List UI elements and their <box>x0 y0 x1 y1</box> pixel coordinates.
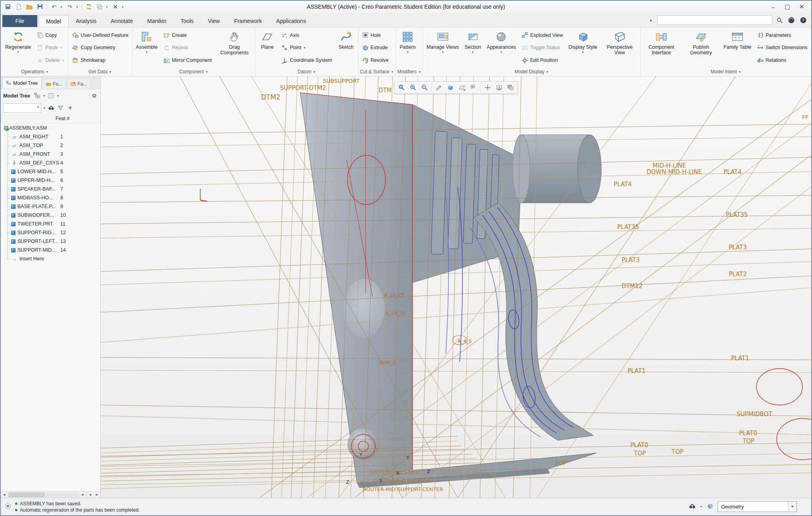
tab-model[interactable]: Model <box>38 15 69 27</box>
help-icon[interactable]: ? <box>799 15 808 25</box>
tab-framework[interactable]: Framework <box>227 15 269 27</box>
tree-row[interactable]: ASM_FRONT 3 <box>1 150 100 159</box>
datum-label[interactable]: PLAT4 <box>724 168 742 176</box>
user-defined-feature-button[interactable]: User-Defined Feature <box>70 30 130 40</box>
datum-label[interactable]: TOP <box>634 450 646 457</box>
group-label-operations[interactable]: Operations▼ <box>3 67 66 76</box>
window-switch-button[interactable] <box>95 2 104 11</box>
group-label-component[interactable]: Component▼ <box>134 67 254 76</box>
column-scroll-left-icon[interactable]: ◄ <box>87 493 94 497</box>
datum-label[interactable]: Y <box>406 455 409 461</box>
datum-label[interactable]: FF <box>802 114 808 120</box>
search-tool-caret[interactable]: ▼ <box>700 505 703 508</box>
redo-caret-icon[interactable]: ▼ <box>76 6 80 8</box>
collapse-ribbon-button[interactable]: ▲ <box>647 17 655 23</box>
tab-manikin[interactable]: Manikin <box>140 15 173 27</box>
display-style-button[interactable]: Display Style ▼ <box>567 28 599 67</box>
datum-label[interactable]: DOWN-MID-H-LINE <box>647 168 702 176</box>
command-search-input[interactable] <box>657 15 772 25</box>
tree-row[interactable]: LOWER-MID-H... 5 <box>1 167 100 176</box>
group-label-datum[interactable]: Datum▼ <box>257 67 356 76</box>
datum-label[interactable]: DTM2 <box>261 93 280 101</box>
minimize-button[interactable]: – <box>766 2 780 11</box>
tree-column-header[interactable]: Feat # <box>1 114 100 124</box>
datum-label[interactable]: PLAT3 <box>622 256 640 264</box>
repaint-icon[interactable] <box>433 82 444 93</box>
family-table-button[interactable]: Family Table <box>722 28 753 67</box>
section-button[interactable]: Section ▼ <box>463 28 483 67</box>
datum-label[interactable]: DTM <box>378 87 392 94</box>
datum-label[interactable]: SUPPORT-DTM2 <box>280 84 326 92</box>
datum-axis-button[interactable]: Axis <box>279 30 334 40</box>
tree-row[interactable]: SUPPORT-MID... 14 <box>1 246 100 254</box>
datum-label[interactable]: AGM_2 <box>379 360 395 365</box>
component-interface-button[interactable]: Component Interface <box>642 28 680 67</box>
datum-label[interactable]: PLAT35 <box>726 211 748 218</box>
copy-geometry-button[interactable]: Copy Geometry <box>70 42 130 53</box>
tab-applications[interactable]: Applications <box>269 15 313 27</box>
datum-plane-button[interactable]: Plane <box>257 28 278 67</box>
tree-row[interactable]: UPPER-MID-H... 6 <box>1 176 100 185</box>
tab-tools[interactable]: Tools <box>174 15 201 27</box>
refit-icon[interactable] <box>396 82 407 93</box>
datum-label[interactable]: TOP <box>742 438 755 445</box>
view-manager-icon[interactable] <box>505 82 516 93</box>
datum-label[interactable]: PLAT0 <box>630 441 649 449</box>
datum-label[interactable]: Z <box>427 468 430 474</box>
tab-folder-browser[interactable]: Fo... <box>42 78 66 89</box>
revolve-button[interactable]: Revolve <box>360 55 391 66</box>
tree-row[interactable]: SUPPORT-RIG... 12 <box>1 228 100 237</box>
tree-row[interactable]: ASM_RIGHT 1 <box>1 132 100 141</box>
tree-row[interactable]: SUBWOOFER... 10 <box>1 211 100 220</box>
tree-row[interactable]: ASM_TOP 2 <box>1 141 100 150</box>
zoom-out-icon[interactable] <box>419 82 430 93</box>
datum-label[interactable]: SUPMIDBOT <box>737 411 772 418</box>
graphics-area[interactable]: DTM2SUPPORT-DTM2SUBSUPPORTDTMFFMID-H-LIN… <box>101 76 811 498</box>
tree-columns-icon[interactable] <box>47 92 55 99</box>
save-button[interactable] <box>35 2 45 11</box>
close-window-button[interactable] <box>111 2 120 11</box>
zoom-in-icon[interactable] <box>408 82 418 93</box>
tree-row[interactable]: SPEAKER-BAF... 7 <box>1 185 100 193</box>
tab-analysis[interactable]: Analysis <box>69 15 103 27</box>
scroll-left-icon[interactable]: ◄ <box>1 493 8 497</box>
tree-row[interactable]: ASM_DEF_CSYS 4 <box>1 159 100 167</box>
column-scroll-right-icon[interactable]: ► <box>94 493 100 497</box>
tab-favorites[interactable]: Fa... <box>67 78 91 89</box>
assemble-button[interactable]: Assemble ▼ <box>134 28 160 67</box>
datum-point-button[interactable]: Point ▼ <box>279 42 334 53</box>
scrollbar-thumb[interactable] <box>9 493 44 497</box>
datum-label[interactable]: PLAT35 <box>617 224 639 231</box>
group-label-cut-surface[interactable]: Cut & Surface▼ <box>360 67 394 76</box>
coordinate-system-button[interactable]: Coordinate System <box>279 55 334 66</box>
datum-label[interactable]: TOP <box>555 460 567 467</box>
tree-columns-caret[interactable]: ▼ <box>57 94 59 97</box>
drag-components-button[interactable]: Drag Components <box>215 28 253 67</box>
datum-label[interactable]: PLAT2 <box>729 271 747 278</box>
group-label-model-display[interactable]: Model Display▼ <box>425 67 639 76</box>
support-arm[interactable] <box>474 203 594 440</box>
exploded-view-button[interactable]: Exploded View <box>519 30 565 40</box>
tree-row[interactable]: ASSEMBLY.ASM <box>1 124 100 132</box>
group-label-model-intent[interactable]: Model Intent▼ <box>642 67 810 76</box>
saved-orientations-icon[interactable] <box>494 82 504 93</box>
datum-label[interactable]: PLAT0 <box>739 430 757 437</box>
tab-file[interactable]: File <box>2 15 37 27</box>
select-items-icon[interactable] <box>707 503 714 511</box>
tree-row[interactable]: BASE-PLATE.P... 9 <box>1 202 100 211</box>
parameters-button[interactable]: {} Parameters <box>755 30 810 40</box>
datum-label[interactable]: ROUTER-MID-SUPPORT-CENTER <box>362 486 443 492</box>
publish-geometry-button[interactable]: Publish Geometry <box>682 28 720 67</box>
datum-label[interactable]: PLAT1 <box>731 355 749 362</box>
annotation-display-icon[interactable] <box>468 82 479 93</box>
perspective-view-button[interactable]: Perspective View <box>601 28 639 67</box>
shrinkwrap-button[interactable]: Shrinkwrap <box>70 55 130 66</box>
clear-filter-icon[interactable]: ✕ <box>36 105 40 109</box>
pattern-button[interactable]: Pattern ▼ <box>397 28 418 67</box>
copy-button[interactable]: Copy <box>34 30 66 40</box>
notifications-icon[interactable] <box>5 503 11 511</box>
datum-label[interactable]: SUPPORT-CSYS-DEF <box>369 469 419 475</box>
tab-view[interactable]: View <box>201 15 227 27</box>
datum-label[interactable]: A_4_5 <box>458 338 472 344</box>
edit-position-button[interactable]: Edit Position <box>519 55 565 66</box>
